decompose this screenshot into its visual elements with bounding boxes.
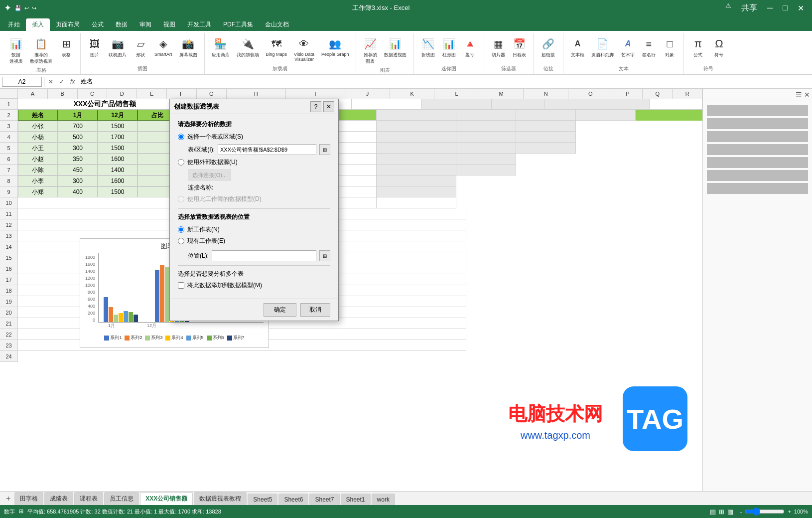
table-button[interactable]: ⊞ 表格 <box>56 35 76 60</box>
sheet-tab-pivottut[interactable]: 数据透视表教程 <box>194 492 247 505</box>
line-sparkline-button[interactable]: 📉 折线图 <box>418 35 438 60</box>
share-button[interactable]: 共享 <box>737 2 761 14</box>
formula-bar: ✕ ✓ fx <box>0 75 812 89</box>
table-range-input[interactable] <box>218 144 316 155</box>
column-sparkline-button[interactable]: 📊 柱形图 <box>439 35 459 60</box>
view-pagelayout-button[interactable]: ▦ <box>727 508 733 516</box>
quick-access-save-icon[interactable]: 💾 <box>14 5 21 11</box>
column-sparkline-icon: 📊 <box>442 37 456 51</box>
bing-maps-icon: 🗺 <box>270 37 283 51</box>
shape-label: 形状 <box>136 52 145 58</box>
radio-select-table[interactable] <box>178 134 184 140</box>
winloss-sparkline-button[interactable]: 🔺 盈亏 <box>460 35 480 60</box>
view-pagebreak-button[interactable]: ⊞ <box>719 508 724 516</box>
tab-jinshan[interactable]: 金山文档 <box>259 18 295 31</box>
select-connection-button[interactable]: 选择连接(O)... <box>188 170 231 180</box>
quick-access-undo-icon[interactable]: ↩ <box>24 5 29 11</box>
timeline-button[interactable]: 📅 日程表 <box>509 35 529 60</box>
visio-label: Visio DataVisualizer <box>294 52 314 62</box>
zoom-plus-button[interactable]: + <box>788 509 791 515</box>
store-button[interactable]: 🏪 应用商店 <box>209 35 233 60</box>
quick-access-redo-icon[interactable]: ↪ <box>32 5 36 11</box>
pivot-table-dialog: 创建数据透视表 ? ✕ 请选择要分析的数据 选择一个表或区域(S) 表/区域(I… <box>169 99 339 321</box>
header-footer-icon: 📄 <box>596 37 610 51</box>
pivot-table-button[interactable]: 📊 数据透视表 <box>6 35 26 67</box>
tab-yemian[interactable]: 页面布局 <box>50 18 86 31</box>
screenshot-button[interactable]: 📸 屏幕截图 <box>176 35 200 60</box>
tab-kaifagongju[interactable]: 开发工具 <box>181 18 217 31</box>
sheet-tab-yuangong[interactable]: 员工信息 <box>104 492 139 505</box>
sheet-tab-sheet6[interactable]: Sheet6 <box>278 494 308 505</box>
radio-data-model[interactable] <box>178 196 184 202</box>
dialog-divider-2 <box>178 265 330 266</box>
table-range-select-button[interactable]: ⊞ <box>319 144 330 155</box>
name-box[interactable] <box>2 77 42 87</box>
minimize-button[interactable]: ─ <box>763 2 777 14</box>
maximize-button[interactable]: □ <box>779 2 792 14</box>
slicer-button[interactable]: ▦ 切片器 <box>488 35 508 60</box>
insert-function-button[interactable]: fx <box>68 78 77 85</box>
pivot-chart-button[interactable]: 📊 数据透视图 <box>381 35 409 60</box>
online-image-button[interactable]: 📷 联机图片 <box>106 35 130 60</box>
zoom-slider[interactable] <box>745 508 785 516</box>
sheet-tab-sheet7[interactable]: Sheet7 <box>309 494 339 505</box>
sheet-tab-sheet1[interactable]: Sheet1 <box>341 494 371 505</box>
zoom-minus-button[interactable]: - <box>740 509 742 515</box>
formula-input[interactable] <box>79 77 810 87</box>
table-label: 表格 <box>62 52 71 58</box>
store-icon: 🏪 <box>214 37 228 51</box>
sheet-tab-work[interactable]: work <box>372 494 395 505</box>
header-footer-button[interactable]: 📄 页眉和页脚 <box>588 35 617 60</box>
sheet-tab-sales[interactable]: XXX公司销售额 <box>140 492 193 505</box>
tab-kaishi[interactable]: 开始 <box>2 18 26 31</box>
sheet-tab-tianzige[interactable]: 田字格 <box>14 492 43 505</box>
tab-gongshi[interactable]: 公式 <box>86 18 110 31</box>
visio-button[interactable]: 👁 Visio DataVisualizer <box>291 35 317 64</box>
tab-charu[interactable]: 插入 <box>26 18 50 31</box>
ribbon-group-table-items: 📊 数据透视表 📋 推荐的数据透视表 ⊞ 表格 <box>6 33 76 67</box>
ribbon-group-table-label: 表格 <box>36 67 46 76</box>
ribbon-group-addins-label: 加载项 <box>272 65 287 74</box>
sheet-tab-sheet5[interactable]: Sheet5 <box>248 494 277 505</box>
dialog-ok-button[interactable]: 确定 <box>264 303 296 317</box>
location-select-button[interactable]: ⊞ <box>319 250 330 261</box>
cancel-formula-button[interactable]: ✕ <box>46 78 55 85</box>
tab-shuju[interactable]: 数据 <box>110 18 134 31</box>
add-to-datamodel-checkbox[interactable] <box>178 282 184 289</box>
dialog-close-button[interactable]: ✕ <box>323 101 334 112</box>
symbol-button[interactable]: Ω 符号 <box>709 35 729 60</box>
sheet-tab-chengji[interactable]: 成绩表 <box>44 492 73 505</box>
add-sheet-button[interactable]: + <box>2 492 14 505</box>
radio-existing-sheet[interactable] <box>178 238 184 244</box>
people-graph-button[interactable]: 👥 People Graph <box>318 35 352 59</box>
confirm-formula-button[interactable]: ✓ <box>57 78 66 85</box>
smartart-button[interactable]: ◈ SmartArt <box>151 35 175 59</box>
recommended-pivot-button[interactable]: 📋 推荐的数据透视表 <box>27 35 55 67</box>
tab-shenyue[interactable]: 审阅 <box>134 18 157 31</box>
tab-pdftoolset[interactable]: PDF工具集 <box>217 18 259 31</box>
image-button[interactable]: 🖼 图片 <box>85 35 105 60</box>
timeline-label: 日程表 <box>513 52 526 58</box>
recommended-chart-button[interactable]: 📈 推荐的图表 <box>360 35 380 67</box>
dialog-cancel-button[interactable]: 取消 <box>300 303 330 317</box>
hyperlink-button[interactable]: 🔗 超链接 <box>539 35 558 60</box>
object-button[interactable]: □ 对象 <box>660 35 679 60</box>
view-normal-button[interactable]: ▤ <box>710 508 716 516</box>
radio-new-sheet[interactable] <box>178 226 184 233</box>
textbox-button[interactable]: A 文本框 <box>567 35 587 60</box>
signature-button[interactable]: ≡ 签名行 <box>639 35 659 60</box>
wordart-button[interactable]: A 艺术字 <box>618 35 638 60</box>
tab-shitu[interactable]: 视图 <box>157 18 181 31</box>
sheet-tab-kecheng[interactable]: 课程表 <box>74 492 103 505</box>
bing-maps-button[interactable]: 🗺 Bing Maps <box>263 35 290 59</box>
shape-button[interactable]: ▱ 形状 <box>131 35 150 60</box>
smartart-icon: ◈ <box>156 37 170 51</box>
close-button[interactable]: ✕ <box>794 2 808 14</box>
formula-button[interactable]: π 公式 <box>688 35 708 60</box>
dialog-help-button[interactable]: ? <box>310 101 321 112</box>
screenshot-label: 屏幕截图 <box>179 52 197 58</box>
my-addins-button[interactable]: 🔌 我的加载项 <box>234 35 262 60</box>
ribbon-tabs: 开始 插入 页面布局 公式 数据 审阅 视图 开发工具 PDF工具集 金山文档 <box>0 16 812 31</box>
radio-external-source[interactable] <box>178 159 184 166</box>
location-input[interactable] <box>212 250 316 261</box>
